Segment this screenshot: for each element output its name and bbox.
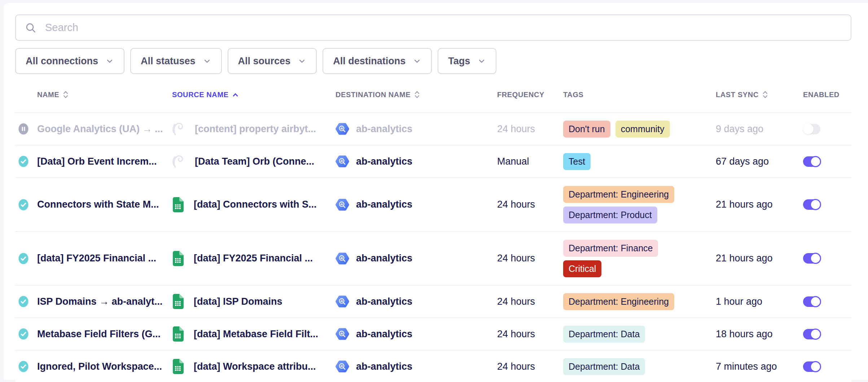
tags: Department: FinanceCritical [563,240,716,277]
last-sync: 21 hours ago [716,253,803,264]
enabled-toggle[interactable] [803,253,820,264]
column-header-source[interactable]: SOURCE NAME [172,91,336,99]
column-label: SOURCE NAME [172,91,229,99]
placeholder-swirl-icon [172,155,185,169]
connection-name: [Data] Orb Event Increm... [37,156,172,167]
sheets-icon [172,197,184,212]
table-row[interactable]: Google Analytics (UA) → ... [content] pr… [15,113,851,146]
last-sync: 7 minutes ago [716,361,803,372]
column-header-frequency[interactable]: FREQUENCY [497,91,563,99]
sheets-icon [172,294,184,309]
filter-dropdown-statuses[interactable]: All statuses [130,48,222,74]
tag-chip: Department: Product [563,207,657,223]
column-header-tags[interactable]: TAGS [563,91,716,99]
table-row[interactable]: Metabase Field Filters (G... [data] Meta… [15,318,851,351]
column-header-name[interactable]: NAME [37,90,172,99]
column-label: DESTINATION NAME [336,91,411,99]
destination-name: ab-analytics [356,329,412,340]
tag-chip: Department: Engineering [563,186,674,203]
last-sync: 21 hours ago [716,199,803,210]
connection-name: [data] FY2025 Financial ... [37,253,172,264]
filter-dropdown-connections[interactable]: All connections [15,48,124,74]
destination-name: ab-analytics [356,253,412,264]
table-body: Google Analytics (UA) → ... [content] pr… [15,113,851,382]
table-row[interactable]: Connectors with State M... [data] Connec… [15,178,851,232]
filter-dropdown-tags[interactable]: Tags [438,48,496,74]
bigquery-icon [336,252,349,265]
destination-name: ab-analytics [356,156,412,167]
filter-bar: All connections All statuses All sources… [15,48,851,74]
check-circle-icon [18,253,29,264]
connection-name: Metabase Field Filters (G... [37,329,172,340]
check-circle-icon [18,199,29,210]
column-header-destination[interactable]: DESTINATION NAME [336,90,497,99]
chevron-down-icon [105,57,114,65]
placeholder-swirl-icon [172,122,185,136]
bigquery-icon [336,328,349,340]
destination-name: ab-analytics [356,361,412,372]
source-name: [data] Connectors with S... [194,199,317,210]
column-label: ENABLED [803,91,839,99]
connection-name: Google Analytics (UA) → ... [37,123,172,135]
frequency: 24 hours [497,329,563,340]
column-header-last-sync[interactable]: LAST SYNC [716,90,803,99]
tag-chip: Department: Data [563,358,645,375]
filter-label: All destinations [333,56,405,67]
chevron-down-icon [477,57,486,65]
sheets-icon [172,251,184,266]
pause-circle-icon [18,123,29,135]
bigquery-icon [336,199,349,211]
filter-label: Tags [448,56,470,67]
source-name: [content] property airbyt... [195,123,316,135]
tag-chip: Department: Data [563,326,645,343]
tags: Department: Engineering [563,293,716,310]
tag-chip: Don't run [563,121,610,138]
enabled-toggle[interactable] [803,124,820,134]
enabled-toggle[interactable] [803,156,820,167]
table-row[interactable]: [data] FY2025 Financial ... [data] FY202… [15,232,851,286]
frequency: 24 hours [497,296,563,307]
last-sync: 9 days ago [716,123,803,135]
last-sync: 67 days ago [716,156,803,167]
connection-name: Ignored, Pilot Workspace... [37,361,172,372]
chevron-down-icon [298,57,306,65]
sheets-icon [172,359,184,374]
source-name: [Data Team] Orb (Conne... [195,156,314,167]
enabled-toggle[interactable] [803,329,820,339]
connection-name: ISP Domains → ab-analyt... [37,296,172,307]
tag-chip: Critical [563,260,601,277]
bigquery-icon [336,123,349,135]
enabled-toggle[interactable] [803,296,820,307]
column-label: LAST SYNC [716,91,759,99]
sort-icon [762,90,768,99]
search-icon [25,22,36,34]
check-circle-icon [18,156,29,167]
enabled-toggle[interactable] [803,361,820,372]
column-header-enabled[interactable]: ENABLED [803,91,851,99]
enabled-toggle[interactable] [803,199,820,210]
filter-dropdown-destinations[interactable]: All destinations [323,48,432,74]
tags: Department: Data [563,326,716,343]
search-input[interactable] [44,21,842,34]
sort-icon [63,90,69,99]
table-header: NAME SOURCE NAME DESTINATION NAME FREQUE… [15,77,851,113]
tag-chip: Test [563,153,591,170]
tags: Department: EngineeringDepartment: Produ… [563,186,716,223]
frequency: 24 hours [497,123,563,135]
table-row[interactable]: ISP Domains → ab-analyt... [data] ISP Do… [15,286,851,318]
table-row[interactable]: Ignored, Pilot Workspace... [data] Works… [15,351,851,382]
sort-icon [232,92,238,97]
source-name: [data] Workspace attribu... [194,361,316,372]
destination-name: ab-analytics [356,199,412,210]
bigquery-icon [336,295,349,308]
column-label: FREQUENCY [497,91,544,99]
frequency: 24 hours [497,253,563,264]
source-name: [data] ISP Domains [194,296,282,307]
frequency: Manual [497,156,563,167]
check-circle-icon [18,361,29,372]
filter-dropdown-sources[interactable]: All sources [228,48,317,74]
column-label: TAGS [563,91,583,99]
last-sync: 18 hours ago [716,329,803,340]
bigquery-icon [336,360,349,373]
table-row[interactable]: [Data] Orb Event Increm... [Data Team] O… [15,146,851,178]
